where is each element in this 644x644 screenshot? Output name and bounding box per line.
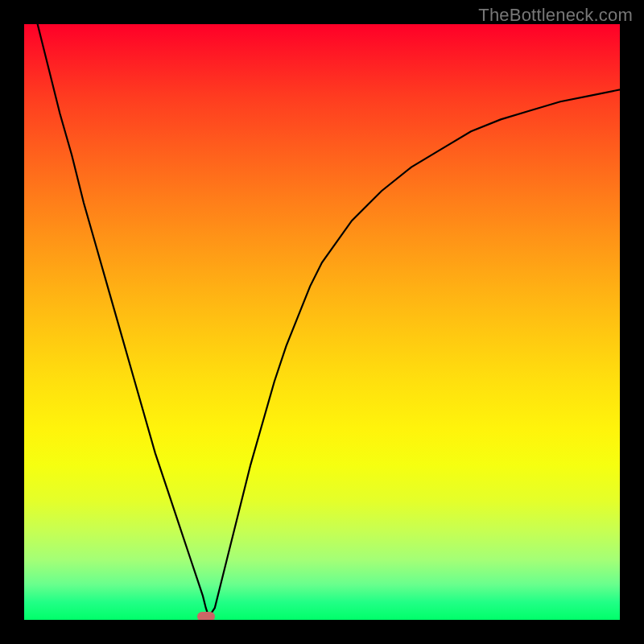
optimal-marker: [197, 612, 215, 620]
watermark-text: TheBottleneck.com: [478, 5, 633, 26]
plot-area: [24, 24, 620, 620]
curve-svg: [24, 24, 620, 620]
chart-frame: TheBottleneck.com: [0, 0, 644, 644]
bottleneck-curve: [24, 24, 620, 617]
